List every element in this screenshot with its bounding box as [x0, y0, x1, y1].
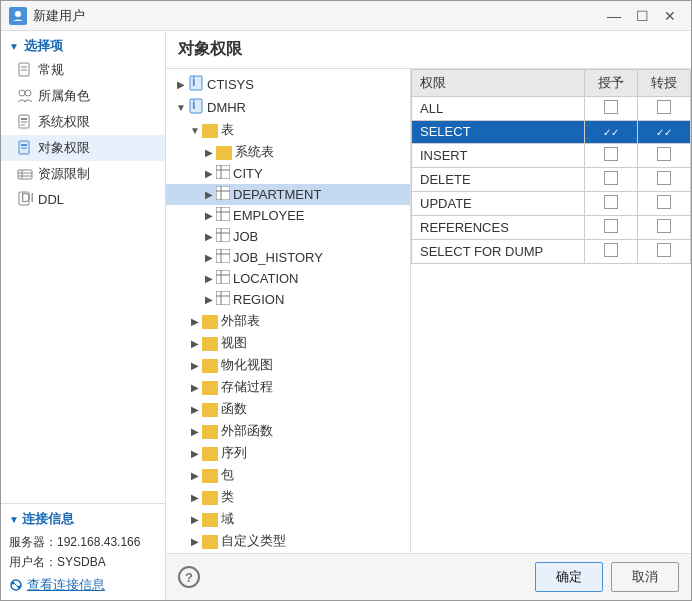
transfer-checkbox-select-dump[interactable]: [657, 243, 671, 257]
sidebar-item-ddl[interactable]: DDL DDL: [1, 187, 165, 211]
transfer-check-select[interactable]: ✓: [637, 121, 690, 144]
help-button[interactable]: ?: [178, 566, 200, 588]
expand-job-history[interactable]: ▶: [202, 251, 216, 265]
expand-ext-functions[interactable]: ▶: [188, 424, 202, 438]
grant-check-select-dump[interactable]: [584, 239, 637, 263]
expand-systables[interactable]: ▶: [202, 145, 216, 159]
tree-row-job-history[interactable]: ▶ JOB_HISTORY: [166, 247, 410, 268]
confirm-button[interactable]: 确定: [535, 562, 603, 592]
tree-row-ctisys[interactable]: ▶ i CTISYS: [166, 73, 410, 96]
tree-row-packages[interactable]: ▶ 包: [166, 464, 410, 486]
transfer-check-insert[interactable]: [637, 143, 690, 167]
tree-row-views[interactable]: ▶ 视图: [166, 332, 410, 354]
sidebar-item-roles[interactable]: 所属角色: [1, 83, 165, 109]
tree-node-dmhr: ▼ i DMHR: [166, 96, 410, 119]
expand-domains[interactable]: ▶: [188, 512, 202, 526]
cancel-button[interactable]: 取消: [611, 562, 679, 592]
expand-mat-views[interactable]: ▶: [188, 358, 202, 372]
transfer-check-delete[interactable]: [637, 167, 690, 191]
transfer-checkbox-update[interactable]: [657, 195, 671, 209]
grant-checkbox-select[interactable]: ✓: [604, 126, 618, 140]
maximize-button[interactable]: ☐: [629, 6, 655, 26]
svg-rect-42: [216, 270, 230, 284]
tree-row-classes[interactable]: ▶ 类: [166, 486, 410, 508]
grant-check-all[interactable]: [584, 97, 637, 121]
expand-ctisys[interactable]: ▶: [174, 78, 188, 92]
expand-classes[interactable]: ▶: [188, 490, 202, 504]
expand-tables[interactable]: ▼: [188, 123, 202, 137]
transfer-checkbox-references[interactable]: [657, 219, 671, 233]
folder-icon-tables: [202, 124, 218, 138]
tree-row-sys[interactable]: ▶ i SYS: [166, 552, 410, 553]
grant-checkbox-insert[interactable]: [604, 147, 618, 161]
tree-row-employee[interactable]: ▶ EMPLOYEE: [166, 205, 410, 226]
label-location: LOCATION: [233, 271, 299, 286]
tree-row-location[interactable]: ▶ LOCATION: [166, 268, 410, 289]
expand-department[interactable]: ▶: [202, 188, 216, 202]
tree-row-functions[interactable]: ▶ 函数: [166, 398, 410, 420]
sidebar-item-objperm[interactable]: 对象权限: [1, 135, 165, 161]
sidebar-section-header: 选择项: [24, 37, 63, 55]
expand-city[interactable]: ▶: [202, 167, 216, 181]
tree-row-region[interactable]: ▶ REGION: [166, 289, 410, 310]
expand-packages[interactable]: ▶: [188, 468, 202, 482]
tree-row-department[interactable]: ▶ DEPARTMENT: [166, 184, 410, 205]
expand-functions[interactable]: ▶: [188, 402, 202, 416]
transfer-checkbox-delete[interactable]: [657, 171, 671, 185]
grant-checkbox-references[interactable]: [604, 219, 618, 233]
label-ext-functions: 外部函数: [221, 422, 273, 440]
tree-row-ext-functions[interactable]: ▶ 外部函数: [166, 420, 410, 442]
tree-row-job[interactable]: ▶ JOB: [166, 226, 410, 247]
tree-row-stored-procs[interactable]: ▶ 存储过程: [166, 376, 410, 398]
close-button[interactable]: ✕: [657, 6, 683, 26]
svg-rect-30: [216, 186, 230, 200]
tree-row-custom-types[interactable]: ▶ 自定义类型: [166, 530, 410, 552]
svg-text:DDL: DDL: [21, 191, 33, 205]
tree-row-domains[interactable]: ▶ 域: [166, 508, 410, 530]
grant-checkbox-all[interactable]: [604, 100, 618, 114]
folder-icon-systables: [216, 146, 232, 160]
grant-check-delete[interactable]: [584, 167, 637, 191]
transfer-checkbox-all[interactable]: [657, 100, 671, 114]
expand-stored-procs[interactable]: ▶: [188, 380, 202, 394]
sidebar-item-general[interactable]: 常规: [1, 57, 165, 83]
grant-check-select[interactable]: ✓: [584, 121, 637, 144]
expand-custom-types[interactable]: ▶: [188, 534, 202, 548]
sidebar-item-sysperm[interactable]: 系统权限: [1, 109, 165, 135]
grant-checkbox-update[interactable]: [604, 195, 618, 209]
tree-row-city[interactable]: ▶ CITY: [166, 163, 410, 184]
expand-region[interactable]: ▶: [202, 293, 216, 307]
tree-node-job: ▶ JOB: [166, 226, 410, 247]
expand-dmhr[interactable]: ▼: [174, 101, 188, 115]
tree-row-systables[interactable]: ▶ 系统表: [166, 141, 410, 163]
minimize-button[interactable]: —: [601, 6, 627, 26]
perm-row-all: ALL: [412, 97, 691, 121]
tree-row-dmhr[interactable]: ▼ i DMHR: [166, 96, 410, 119]
folder-icon-ext-tables: [202, 315, 218, 329]
view-connection-link[interactable]: 查看连接信息: [9, 576, 157, 594]
grant-check-update[interactable]: [584, 191, 637, 215]
expand-views[interactable]: ▶: [188, 336, 202, 350]
tree-row-ext-tables[interactable]: ▶ 外部表: [166, 310, 410, 332]
expand-location[interactable]: ▶: [202, 272, 216, 286]
tree-row-sequences[interactable]: ▶ 序列: [166, 442, 410, 464]
transfer-check-all[interactable]: [637, 97, 690, 121]
tree-node-tables: ▼ 表: [166, 119, 410, 141]
transfer-checkbox-insert[interactable]: [657, 147, 671, 161]
expand-ext-tables[interactable]: ▶: [188, 314, 202, 328]
grant-check-references[interactable]: [584, 215, 637, 239]
transfer-check-select-dump[interactable]: [637, 239, 690, 263]
sidebar-item-resource[interactable]: 资源限制: [1, 161, 165, 187]
expand-sequences[interactable]: ▶: [188, 446, 202, 460]
expand-employee[interactable]: ▶: [202, 209, 216, 223]
transfer-checkbox-select[interactable]: ✓: [657, 126, 671, 140]
transfer-check-update[interactable]: [637, 191, 690, 215]
tree-panel[interactable]: ▶ i CTISYS ▼: [166, 69, 411, 553]
tree-row-tables[interactable]: ▼ 表: [166, 119, 410, 141]
expand-job[interactable]: ▶: [202, 230, 216, 244]
transfer-check-references[interactable]: [637, 215, 690, 239]
grant-checkbox-delete[interactable]: [604, 171, 618, 185]
grant-check-insert[interactable]: [584, 143, 637, 167]
tree-row-mat-views[interactable]: ▶ 物化视图: [166, 354, 410, 376]
grant-checkbox-select-dump[interactable]: [604, 243, 618, 257]
